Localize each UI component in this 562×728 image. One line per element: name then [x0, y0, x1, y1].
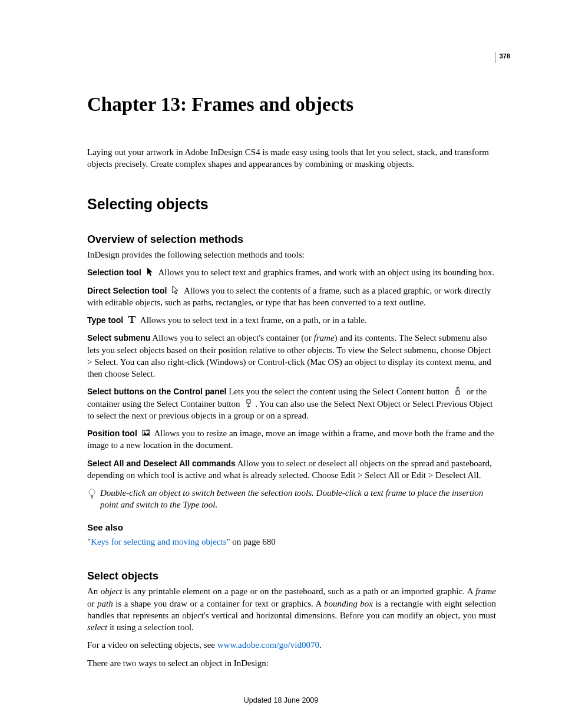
position-tool-entry: Position tool Allows you to resize an im… — [87, 427, 496, 452]
tip-text: Double-click an object to switch between… — [100, 487, 496, 511]
see-also-suffix: " on page 680 — [227, 537, 276, 546]
p1-frame: frame — [475, 587, 496, 596]
direct-selection-tool-icon — [171, 285, 180, 294]
p1-b: is any printable element on a page or on… — [122, 587, 475, 596]
content-area: Chapter 13: Frames and objects Laying ou… — [87, 91, 496, 675]
select-all-entry: Select All and Deselect All commands All… — [87, 457, 496, 482]
select-content-icon — [453, 386, 462, 394]
subsection-select-objects: Select objects — [87, 569, 496, 583]
direct-selection-entry: Direct Selection tool Allows you to sele… — [87, 285, 496, 309]
video-paragraph: For a video on selecting objects, see ww… — [87, 639, 496, 651]
direct-selection-term: Direct Selection tool — [87, 286, 167, 295]
lightbulb-icon — [87, 487, 100, 503]
select-submenu-pre: Allows you to select an object's contain… — [150, 333, 313, 342]
selection-tool-desc: Allows you to select text and graphics f… — [157, 268, 495, 277]
svg-rect-0 — [456, 391, 459, 394]
see-also-link-row: "Keys for selecting and moving objects" … — [87, 536, 496, 548]
selection-tool-term: Selection tool — [87, 268, 141, 277]
p1-path: path — [97, 599, 113, 608]
tip: Double-click an object to switch between… — [87, 487, 496, 511]
svg-rect-6 — [91, 498, 93, 499]
svg-point-3 — [144, 431, 145, 433]
see-also-link[interactable]: Keys for selecting and moving objects — [91, 537, 226, 546]
select-submenu-term: Select submenu — [87, 333, 150, 342]
see-also-heading: See also — [87, 522, 496, 533]
video-link[interactable]: www.adobe.com/go/vid0070 — [217, 640, 319, 650]
select-container-icon — [244, 398, 253, 407]
subsection-overview: Overview of selection methods — [87, 232, 496, 246]
p1-bbox: bounding box — [324, 599, 373, 608]
p1-a: An — [87, 587, 101, 596]
video-post: . — [319, 640, 322, 650]
section-heading: Selecting objects — [87, 195, 496, 215]
type-tool-term: Type tool — [87, 315, 123, 325]
footer-date: Updated 18 June 2009 — [0, 696, 562, 706]
p1-object: object — [101, 587, 123, 596]
select-buttons-term: Select buttons on the Control panel — [87, 387, 226, 396]
select-submenu-italic: frame — [314, 333, 335, 342]
selection-tool-entry: Selection tool Allows you to select text… — [87, 266, 496, 278]
svg-rect-1 — [247, 400, 250, 403]
page-number: 378 — [495, 52, 510, 63]
selection-tool-icon — [146, 267, 155, 275]
select-buttons-entry: Select buttons on the Control panel Lets… — [87, 386, 496, 421]
svg-rect-5 — [91, 495, 93, 498]
select-submenu-entry: Select submenu Allows you to select an o… — [87, 332, 496, 380]
p1-select: select — [87, 622, 107, 632]
select-all-term: Select All and Deselect All commands — [87, 459, 236, 468]
select-objects-p1: An object is any printable element on a … — [87, 585, 496, 633]
position-tool-term: Position tool — [87, 429, 137, 438]
type-tool-icon — [127, 315, 137, 323]
select-buttons-desc1: Lets you the select the content using th… — [226, 387, 451, 396]
overview-intro: InDesign provides the following selectio… — [87, 249, 496, 261]
type-tool-entry: Type tool Allows you to select text in a… — [87, 314, 496, 326]
p1-d: is a shape you draw or a container for t… — [113, 599, 324, 608]
ways-paragraph: There are two ways to select an object i… — [87, 657, 496, 669]
p1-f: it using a selection tool. — [107, 622, 194, 632]
svg-point-4 — [89, 489, 95, 496]
position-tool-icon — [141, 428, 151, 436]
type-tool-desc: Allows you to select text in a text fram… — [138, 315, 367, 325]
video-pre: For a video on selecting objects, see — [87, 640, 217, 650]
intro-paragraph: Laying out your artwork in Adobe InDesig… — [87, 146, 496, 170]
chapter-title: Chapter 13: Frames and objects — [87, 91, 496, 118]
p1-c: or — [87, 599, 97, 608]
